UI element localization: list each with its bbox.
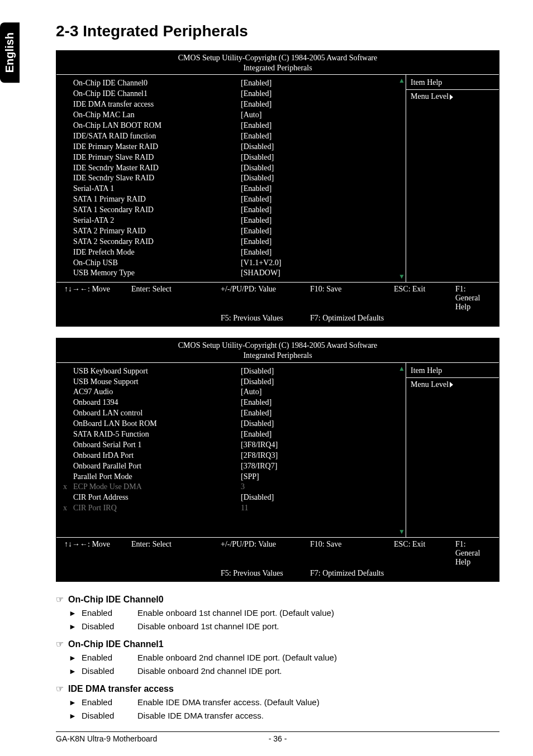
setting-value[interactable]: [SPP] [241,472,392,482]
setting-value[interactable]: [Enabled] [241,131,392,142]
bios-setting-row[interactable]: AC97 Audio[Auto] [73,387,392,398]
setting-value[interactable]: [Enabled] [241,78,392,89]
option-desc: Enable onboard 1st channel IDE port. (De… [137,607,499,620]
bios-setting-row[interactable]: xECP Mode Use DMA3 [73,482,392,492]
setting-value[interactable]: [Disabled] [241,142,392,152]
scroll-up-icon[interactable]: ▲ [398,77,405,84]
bios-setting-row[interactable]: SATA 2 Secondary RAID[Enabled] [73,237,392,247]
setting-value[interactable]: [3F8/IRQ4] [241,440,392,451]
bios-screen-1: CMOS Setup Utility-Copyright (C) 1984-20… [56,50,499,327]
scrollbar[interactable]: ▲ ▼ [398,75,406,282]
setting-value[interactable]: [Disabled] [241,366,392,377]
bios-setting-row[interactable]: OnBoard LAN Boot ROM[Disabled] [73,419,392,429]
bios-setting-row[interactable]: USB Memory Type[SHADOW] [73,268,392,279]
setting-label: AC97 Audio [73,387,241,398]
setting-value[interactable]: [SHADOW] [241,268,392,279]
setting-value[interactable]: [Enabled] [241,247,392,258]
bios-setting-row[interactable]: On-Chip LAN BOOT ROM[Enabled] [73,121,392,131]
bios-setting-row[interactable]: Onboard Serial Port 1[3F8/IRQ4] [73,440,392,451]
setting-value[interactable]: 3 [241,482,392,492]
bios-setting-row[interactable]: USB Mouse Support[Disabled] [73,377,392,387]
setting-value[interactable]: [Enabled] [241,205,392,216]
bios-setting-row[interactable]: On-Chip USB[V1.1+V2.0] [73,258,392,269]
bios-setting-row[interactable]: Onboard IrDA Port[2F8/IRQ3] [73,451,392,461]
bios-setting-row[interactable]: IDE/SATA RAID function[Enabled] [73,131,392,142]
setting-label: IDE Prefetch Mode [73,247,241,258]
bios-setting-row[interactable]: IDE DMA transfer access[Enabled] [73,99,392,110]
option-row: ▸EnabledEnable onboard 1st channel IDE p… [70,607,499,620]
bios-setting-row[interactable]: USB Keyboard Support[Disabled] [73,366,392,377]
setting-label: On-Chip USB [73,258,241,269]
pointer-icon: ☞ [56,594,68,605]
item-help-title: Item Help [411,78,494,87]
language-tab: English [0,22,20,83]
option-section-header: ☞On-Chip IDE Channel1 [56,639,499,649]
setting-value[interactable]: 11 [241,503,392,514]
setting-value[interactable]: [Auto] [241,387,392,398]
bios-setting-row[interactable]: SATA 1 Primary RAID[Enabled] [73,194,392,205]
scrollbar[interactable]: ▲ ▼ [398,363,406,537]
bios-setting-row[interactable]: Onboard LAN control[Enabled] [73,408,392,419]
bios-setting-row[interactable]: Parallel Port Mode[SPP] [73,472,392,482]
key-optimized-defaults: F7: Optimized Defaults [310,569,491,578]
scroll-up-icon[interactable]: ▲ [398,365,405,372]
bios-setting-row[interactable]: IDE Secndry Slave RAID[Disabled] [73,173,392,184]
bios-setting-row[interactable]: IDE Primary Master RAID[Disabled] [73,142,392,152]
option-bullet-icon: ▸ [70,652,82,664]
bios-setting-row[interactable]: On-Chip MAC Lan[Auto] [73,110,392,121]
bios-setting-row[interactable]: SATA 2 Primary RAID[Enabled] [73,226,392,237]
key-save: F10: Save [310,285,394,312]
setting-value[interactable]: [378/IRQ7] [241,461,392,472]
option-bullet-icon: ▸ [70,620,82,633]
disabled-marker: x [63,503,67,514]
setting-value[interactable]: [Enabled] [241,99,392,110]
setting-value[interactable]: [2F8/IRQ3] [241,451,392,461]
setting-label: CIR Port Address [73,492,241,503]
scroll-down-icon[interactable]: ▼ [398,273,405,280]
bios-header-line2: Integrated Peripherals [56,351,499,361]
setting-label: On-Chip MAC Lan [73,110,241,121]
setting-value[interactable]: [Enabled] [241,408,392,419]
bios-setting-row[interactable]: IDE Secndry Master RAID[Disabled] [73,163,392,174]
setting-value[interactable]: [Enabled] [241,216,392,226]
bios-setting-row[interactable]: On-Chip IDE Channel0[Enabled] [73,78,392,89]
bios-setting-row[interactable]: On-Chip IDE Channel1[Enabled] [73,89,392,99]
setting-value[interactable]: [Disabled] [241,377,392,387]
setting-value[interactable]: [Enabled] [241,89,392,99]
bios-setting-row[interactable]: SATA 1 Secondary RAID[Enabled] [73,205,392,216]
bios-setting-row[interactable]: Serial-ATA 2[Enabled] [73,216,392,226]
bios-setting-row[interactable]: CIR Port Address[Disabled] [73,492,392,503]
setting-value[interactable]: [Disabled] [241,173,392,184]
bios-setting-row[interactable]: Serial-ATA 1[Enabled] [73,184,392,194]
setting-value[interactable]: [Disabled] [241,152,392,163]
bios-setting-row[interactable]: Onboard 1394[Enabled] [73,398,392,408]
setting-value[interactable]: [Enabled] [241,194,392,205]
setting-value[interactable]: [Disabled] [241,163,392,174]
setting-value[interactable]: [V1.1+V2.0] [241,258,392,269]
bios-setting-row[interactable]: xCIR Port IRQ11 [73,503,392,514]
option-row: ▸EnabledEnable onboard 2nd channel IDE p… [70,652,499,664]
setting-label: IDE Primary Slave RAID [73,152,241,163]
option-row: ▸DisabledDisable IDE DMA transfer access… [70,710,499,722]
bios-setting-row[interactable]: IDE Prefetch Mode[Enabled] [73,247,392,258]
setting-label: On-Chip IDE Channel1 [73,89,241,99]
setting-label: IDE/SATA RAID function [73,131,241,142]
bios-setting-row[interactable]: IDE Primary Slave RAID[Disabled] [73,152,392,163]
setting-value[interactable]: [Enabled] [241,121,392,131]
scroll-down-icon[interactable]: ▼ [398,528,405,535]
setting-value[interactable]: [Auto] [241,110,392,121]
setting-label: USB Mouse Support [73,377,241,387]
setting-value[interactable]: [Enabled] [241,398,392,408]
setting-value[interactable]: [Enabled] [241,226,392,237]
option-name: Disabled [82,710,137,722]
setting-value[interactable]: [Enabled] [241,184,392,194]
setting-value[interactable]: [Disabled] [241,419,392,429]
option-desc: Disable IDE DMA transfer access. [137,710,499,722]
setting-value[interactable]: [Enabled] [241,237,392,247]
menu-level: Menu Level [411,380,494,389]
bios-setting-row[interactable]: SATA RAID-5 Function[Enabled] [73,429,392,440]
bios-setting-row[interactable]: Onboard Parallel Port[378/IRQ7] [73,461,392,472]
setting-value[interactable]: [Disabled] [241,492,392,503]
setting-value[interactable]: [Enabled] [241,429,392,440]
pointer-icon: ☞ [56,683,68,694]
